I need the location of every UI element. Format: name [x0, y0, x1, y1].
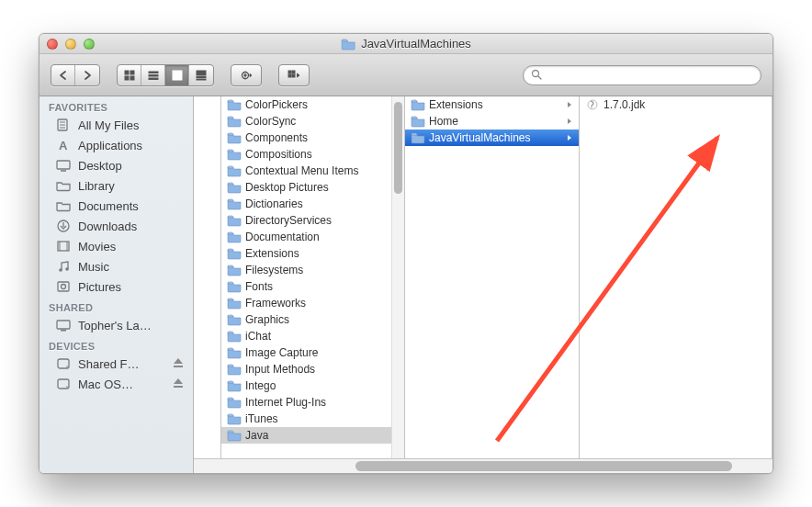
svg-rect-15 — [288, 71, 291, 73]
horizontal-scrollbar[interactable] — [194, 458, 773, 473]
svg-point-35 — [62, 285, 66, 289]
item-label: Documentation — [245, 231, 386, 243]
eject-icon[interactable] — [173, 377, 184, 391]
item-label: Extensions — [245, 247, 386, 260]
sidebar-item-label: Shared F… — [78, 357, 139, 371]
list-item[interactable]: Compositions — [221, 146, 404, 163]
list-item[interactable]: Fonts — [221, 278, 404, 295]
sidebar-item[interactable]: Shared F… — [39, 354, 193, 374]
scrollbar-thumb[interactable] — [355, 461, 732, 471]
downloads-icon — [56, 219, 71, 233]
item-label: Contextual Menu Items — [245, 164, 386, 177]
svg-rect-7 — [173, 71, 175, 80]
back-button[interactable] — [51, 65, 75, 85]
list-item[interactable]: Internet Plug-Ins — [221, 394, 404, 411]
list-item[interactable]: Java — [221, 427, 404, 444]
list-item[interactable]: Home — [405, 113, 579, 130]
sidebar-item[interactable]: Desktop — [39, 155, 193, 175]
sidebar-item[interactable]: Pictures — [39, 276, 193, 297]
folder-icon — [341, 38, 355, 51]
list-item[interactable]: Graphics — [221, 311, 404, 328]
list-item[interactable]: JavaVirtualMachines — [405, 130, 579, 146]
item-label: Intego — [245, 379, 386, 392]
list-item[interactable]: Desktop Pictures — [221, 179, 404, 196]
list-item[interactable]: Components — [221, 130, 404, 146]
computer-icon — [56, 318, 71, 332]
scrollbar-thumb[interactable] — [394, 102, 402, 194]
titlebar[interactable]: JavaVirtualMachines — [39, 34, 773, 54]
movies-icon — [56, 239, 71, 254]
list-item[interactable]: Documentation — [221, 229, 404, 245]
minimize-button[interactable] — [65, 39, 76, 50]
sidebar-item-label: Pictures — [78, 280, 121, 294]
column-2-list[interactable]: ExtensionsHomeJavaVirtualMachines — [405, 96, 579, 458]
search-field[interactable] — [523, 65, 761, 85]
sidebar-item[interactable]: All My Files — [39, 115, 193, 135]
sidebar-item-label: All My Files — [78, 118, 139, 132]
action-button[interactable] — [231, 64, 262, 86]
folder-icon — [227, 280, 242, 293]
sidebar-item[interactable]: AApplications — [39, 135, 193, 155]
list-item[interactable]: Intego — [221, 377, 404, 394]
list-item[interactable]: iChat — [221, 328, 404, 344]
item-label: Input Methods — [245, 363, 386, 376]
item-label: Compositions — [245, 148, 386, 161]
folder-icon — [56, 178, 71, 193]
window-title-text: JavaVirtualMachines — [361, 37, 471, 51]
list-item[interactable]: ColorPickers — [221, 96, 404, 113]
folder-icon — [227, 363, 242, 376]
column-view-button[interactable] — [165, 65, 189, 85]
folder-icon — [227, 231, 242, 243]
folder-icon — [227, 115, 242, 128]
coverflow-view-button[interactable] — [189, 65, 213, 85]
pictures-icon — [56, 279, 71, 294]
scrollbar[interactable] — [391, 96, 404, 458]
list-item[interactable]: iTunes — [221, 411, 404, 427]
sidebar-item[interactable]: Mac OS… — [39, 374, 193, 394]
svg-rect-6 — [149, 78, 158, 80]
svg-rect-37 — [61, 330, 66, 332]
svg-point-39 — [66, 366, 68, 367]
view-buttons — [117, 64, 214, 86]
list-item[interactable]: Dictionaries — [221, 196, 404, 212]
eject-icon[interactable] — [173, 357, 184, 371]
zoom-button[interactable] — [84, 39, 95, 50]
list-item[interactable]: Frameworks — [221, 295, 404, 311]
list-item[interactable]: Input Methods — [221, 361, 404, 377]
toolbar — [39, 54, 773, 96]
sidebar-item[interactable]: Topher's La… — [39, 315, 193, 335]
close-button[interactable] — [47, 39, 58, 50]
sidebar[interactable]: FAVORITESAll My FilesAApplicationsDeskto… — [39, 96, 194, 473]
search-input[interactable] — [547, 69, 753, 82]
svg-rect-1 — [130, 71, 134, 74]
chevron-right-icon — [564, 118, 573, 125]
folder-icon — [227, 379, 242, 392]
list-item[interactable]: DirectoryServices — [221, 212, 404, 229]
list-item[interactable]: Extensions — [221, 245, 404, 262]
sidebar-item[interactable]: Library — [39, 175, 193, 196]
column-1-list[interactable]: ColorPickersColorSyncComponentsCompositi… — [221, 96, 404, 458]
item-label: iTunes — [245, 412, 386, 425]
folder-icon — [411, 115, 425, 128]
folder-icon — [227, 164, 242, 177]
sidebar-item[interactable]: Movies — [39, 236, 193, 256]
list-item[interactable]: ColorSync — [221, 113, 404, 130]
item-label: ColorPickers — [245, 98, 386, 111]
list-item[interactable]: Filesystems — [221, 262, 404, 278]
folder-icon — [227, 297, 242, 310]
sidebar-item[interactable]: Documents — [39, 196, 193, 216]
folder-icon — [227, 214, 242, 227]
list-item[interactable]: 1.7.0.jdk — [580, 96, 772, 113]
list-item[interactable]: Image Capture — [221, 344, 404, 361]
column-3-list[interactable]: 1.7.0.jdk — [580, 96, 772, 458]
arrange-button[interactable] — [278, 64, 310, 86]
item-label: Components — [245, 131, 386, 144]
forward-button[interactable] — [75, 65, 99, 85]
list-item[interactable]: Contextual Menu Items — [221, 163, 404, 179]
sidebar-item[interactable]: Music — [39, 256, 193, 276]
item-label: Java — [245, 429, 386, 442]
icon-view-button[interactable] — [118, 65, 141, 85]
list-view-button[interactable] — [141, 65, 165, 85]
list-item[interactable]: Extensions — [405, 96, 579, 113]
sidebar-item[interactable]: Downloads — [39, 216, 193, 236]
